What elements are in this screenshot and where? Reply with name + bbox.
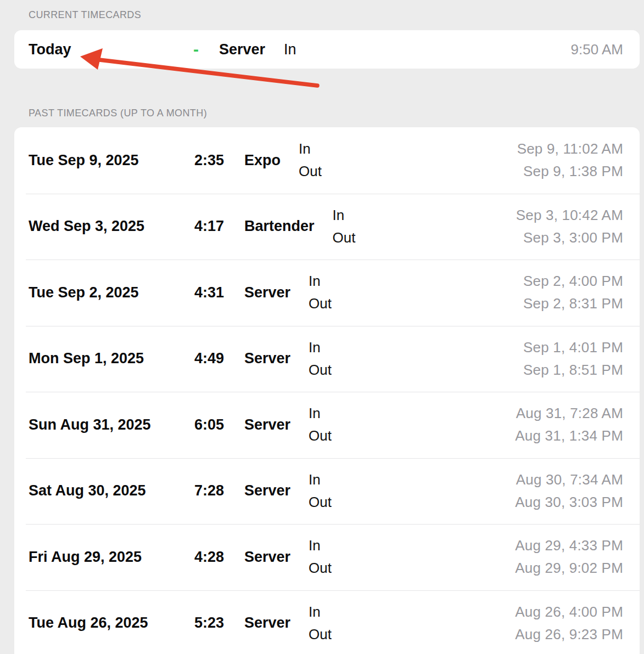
timecard-duration: 4:28: [194, 549, 244, 566]
timecard-inout-labels: In Out: [309, 270, 332, 315]
timecard-out-time: Sep 3, 3:00 PM: [516, 227, 623, 249]
timecard-role-group: Expo In Out: [244, 138, 517, 183]
timecard-in-time: Aug 30, 7:34 AM: [515, 469, 623, 491]
timecard-row[interactable]: Fri Aug 29, 2025 4:28 Server In Out Aug …: [14, 524, 640, 590]
timecard-times: Sep 9, 11:02 AM Sep 9, 1:38 PM: [517, 138, 623, 183]
timecard-role-group: Server In Out: [244, 270, 523, 315]
timecard-date: Sun Aug 31, 2025: [29, 416, 194, 433]
timecard-inout-labels: In Out: [309, 601, 332, 646]
timecard-date: Today: [29, 41, 193, 58]
timecard-role-group: Server In Out: [244, 534, 515, 579]
timecard-date: Sat Aug 30, 2025: [29, 482, 194, 499]
out-label: Out: [309, 623, 332, 646]
past-timecards-header: PAST TIMECARDS (UP TO A MONTH): [29, 107, 644, 119]
timecard-in-time: Aug 29, 4:33 PM: [515, 534, 623, 557]
timecard-date: Tue Sep 9, 2025: [29, 152, 194, 169]
timecard-inout-labels: In Out: [299, 138, 322, 183]
timecard-in-time: Sep 2, 4:00 PM: [523, 270, 623, 292]
timecard-role: Server: [244, 416, 290, 433]
timecard-role-group: Server In Out: [244, 336, 523, 381]
in-label: In: [309, 534, 332, 557]
timecard-times: Aug 30, 7:34 AM Aug 30, 3:03 PM: [515, 469, 623, 514]
timecard-times: Sep 3, 10:42 AM Sep 3, 3:00 PM: [516, 204, 623, 249]
timecard-duration: 5:23: [194, 614, 244, 632]
timecard-role: Server: [244, 284, 290, 301]
timecard-date: Tue Aug 26, 2025: [29, 614, 194, 632]
timecard-row[interactable]: Mon Sep 1, 2025 4:49 Server In Out Sep 1…: [14, 326, 640, 392]
timecard-row[interactable]: Tue Aug 26, 2025 5:23 Server In Out Aug …: [14, 590, 640, 654]
timecard-inout-labels: In Out: [309, 402, 332, 447]
in-label: In: [309, 402, 332, 425]
timecard-out-time: Sep 1, 8:51 PM: [523, 359, 623, 381]
timecard-out-time: Aug 26, 9:23 PM: [515, 623, 623, 646]
timecard-inout-labels: In Out: [333, 204, 356, 249]
in-label: In: [299, 138, 322, 160]
in-label: In: [309, 469, 332, 491]
current-timecard-row[interactable]: Today - Server In 9:50 AM: [14, 30, 640, 69]
timecard-status: In: [284, 41, 296, 58]
timecard-duration: -: [193, 40, 219, 59]
timecard-row[interactable]: Tue Sep 2, 2025 4:31 Server In Out Sep 2…: [14, 260, 640, 326]
timecard-out-time: Sep 9, 1:38 PM: [517, 160, 623, 183]
timecard-duration: 6:05: [194, 416, 244, 433]
in-label: In: [333, 204, 356, 227]
in-label: In: [309, 601, 332, 623]
timecard-role: Server: [244, 482, 290, 499]
timecard-role-group: Server In Out: [244, 402, 515, 447]
out-label: Out: [299, 160, 322, 183]
timecard-role-group: Server In Out: [244, 469, 515, 514]
timecard-in-time: Sep 9, 11:02 AM: [517, 138, 623, 160]
timecard-duration: 2:35: [194, 152, 244, 169]
out-label: Out: [309, 425, 332, 447]
timecard-date: Mon Sep 1, 2025: [29, 350, 194, 367]
out-label: Out: [309, 557, 332, 579]
timecard-duration: 4:49: [194, 350, 244, 367]
timecard-in-time: Aug 31, 7:28 AM: [515, 402, 623, 425]
out-label: Out: [309, 359, 332, 381]
current-timecards-header: CURRENT TIMECARDS: [29, 9, 644, 21]
timecard-row[interactable]: Sun Aug 31, 2025 6:05 Server In Out Aug …: [14, 392, 640, 458]
timecard-duration: 4:31: [194, 284, 244, 301]
timecard-role: Expo: [244, 152, 281, 169]
timecard-role: Server: [244, 614, 290, 632]
timecard-role: Server: [219, 41, 265, 58]
timecard-row[interactable]: Wed Sep 3, 2025 4:17 Bartender In Out Se…: [14, 194, 640, 260]
timecard-duration: 7:28: [194, 482, 244, 499]
in-label: In: [309, 270, 332, 292]
timecard-row[interactable]: Tue Sep 9, 2025 2:35 Expo In Out Sep 9, …: [14, 127, 640, 194]
out-label: Out: [309, 292, 332, 315]
timecard-times: Aug 31, 7:28 AM Aug 31, 1:34 PM: [515, 402, 623, 447]
timecard-out-time: Aug 29, 9:02 PM: [515, 557, 623, 579]
timecard-inout-labels: In Out: [309, 336, 332, 381]
out-label: Out: [309, 491, 332, 514]
timecard-inout-labels: In Out: [309, 469, 332, 514]
timecard-date: Tue Sep 2, 2025: [29, 284, 194, 301]
timecard-out-time: Aug 31, 1:34 PM: [515, 425, 623, 447]
timecard-times: Aug 26, 4:00 PM Aug 26, 9:23 PM: [515, 601, 623, 646]
timecard-inout-labels: In Out: [309, 534, 332, 579]
timecard-date: Fri Aug 29, 2025: [29, 549, 194, 566]
in-label: In: [309, 336, 332, 359]
out-label: Out: [333, 227, 356, 249]
timecard-out-time: Aug 30, 3:03 PM: [515, 491, 623, 514]
timecards-screen: { "colors": { "accent_green": "#34c759",…: [0, 0, 644, 654]
timecard-times: Sep 2, 4:00 PM Sep 2, 8:31 PM: [523, 270, 623, 315]
timecard-duration: 4:17: [194, 218, 244, 235]
timecard-role: Server: [244, 549, 290, 566]
timecard-clockin-time: 9:50 AM: [571, 41, 623, 58]
timecard-in-time: Aug 26, 4:00 PM: [515, 601, 623, 623]
timecard-times: Sep 1, 4:01 PM Sep 1, 8:51 PM: [523, 336, 623, 381]
timecard-in-time: Sep 3, 10:42 AM: [516, 204, 623, 227]
past-timecards-card: Tue Sep 9, 2025 2:35 Expo In Out Sep 9, …: [14, 127, 640, 654]
timecard-row[interactable]: Sat Aug 30, 2025 7:28 Server In Out Aug …: [14, 458, 640, 525]
current-timecard-card: Today - Server In 9:50 AM: [14, 30, 640, 69]
timecard-out-time: Sep 2, 8:31 PM: [523, 292, 623, 315]
timecard-times: Aug 29, 4:33 PM Aug 29, 9:02 PM: [515, 534, 623, 579]
timecard-role: Server: [244, 350, 290, 367]
timecard-role-group: Server In Out: [244, 601, 515, 646]
timecard-in-time: Sep 1, 4:01 PM: [523, 336, 623, 359]
timecard-role: Bartender: [244, 218, 315, 235]
timecard-role-group: Bartender In Out: [244, 204, 516, 249]
timecard-date: Wed Sep 3, 2025: [29, 218, 194, 235]
